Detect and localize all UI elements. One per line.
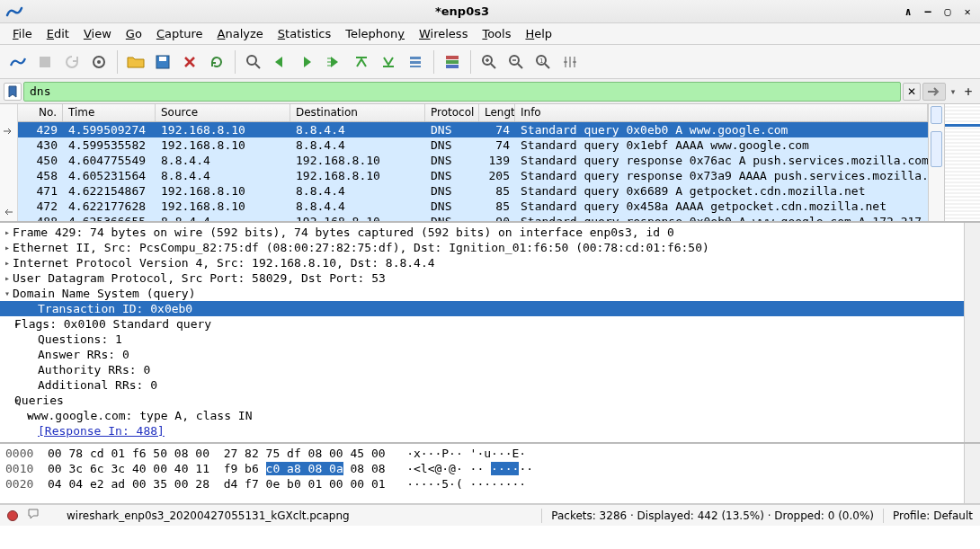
detail-dns-flags[interactable]: Flags: 0x0100 Standard query: [14, 317, 211, 331]
resize-columns-button[interactable]: [557, 49, 583, 75]
window-rollup-button[interactable]: ∧: [901, 4, 915, 19]
hex-bytes[interactable]: 04 04 e2 ad 00 35 00 28 d4 f7 0e b0 01 0…: [48, 477, 386, 491]
detail-dns-query1[interactable]: www.google.com: type A, class IN: [27, 409, 252, 422]
capture-comment-icon[interactable]: [27, 508, 40, 523]
expand-icon[interactable]: ▸: [2, 243, 13, 252]
detail-dns-additional[interactable]: Additional RRs: 0: [13, 378, 157, 392]
column-no[interactable]: No.: [18, 104, 63, 121]
find-packet-button[interactable]: [241, 49, 266, 75]
detail-dns-questions[interactable]: Questions: 1: [13, 332, 122, 346]
expand-icon[interactable]: ▸: [2, 258, 13, 268]
clear-filter-button[interactable]: ✕: [903, 83, 921, 101]
window-minimize-button[interactable]: –: [921, 4, 935, 19]
detail-dns-txid[interactable]: Transaction ID: 0x0eb0: [13, 302, 192, 315]
go-back-button[interactable]: [268, 49, 293, 75]
menu-help[interactable]: Help: [520, 25, 557, 42]
svg-line-23: [491, 64, 495, 68]
menu-tools[interactable]: Tools: [477, 25, 516, 42]
open-file-button[interactable]: [123, 49, 148, 75]
packet-bytes-pane[interactable]: 0000 00 78 cd 01 f6 50 08 00 27 82 75 df…: [0, 444, 964, 503]
window-title: *enp0s3: [23, 4, 901, 18]
zoom-reset-button[interactable]: 1: [530, 49, 556, 75]
detail-ethernet[interactable]: Ethernet II, Src: PcsCompu_82:75:df (08:…: [13, 241, 709, 254]
auto-scroll-button[interactable]: [403, 49, 428, 75]
hex-bytes-selected[interactable]: c0 a8 08 0a: [266, 462, 343, 475]
filter-history-button[interactable]: ▾: [948, 83, 958, 101]
save-file-button[interactable]: [150, 49, 175, 75]
detail-dns-answer[interactable]: Answer RRs: 0: [13, 348, 129, 361]
goto-last-button[interactable]: [376, 49, 401, 75]
close-file-button[interactable]: [177, 49, 202, 75]
reload-file-button[interactable]: [204, 49, 229, 75]
menu-file[interactable]: File: [7, 25, 38, 42]
hex-bytes[interactable]: 00 3c 6c 3c 40 00 40 11 f9 b6: [48, 462, 266, 475]
detail-ip[interactable]: Internet Protocol Version 4, Src: 192.16…: [13, 256, 435, 270]
column-info[interactable]: Info: [515, 104, 928, 121]
colorize-button[interactable]: [440, 49, 465, 75]
profile-label[interactable]: Profile: Default: [893, 509, 973, 522]
expand-icon[interactable]: ▸: [2, 319, 14, 329]
goto-first-button[interactable]: [349, 49, 374, 75]
detail-dns[interactable]: Domain Name System (query): [13, 287, 196, 300]
menu-view[interactable]: View: [78, 25, 117, 42]
apply-filter-button[interactable]: [922, 83, 946, 101]
packet-row[interactable]: 4884.6253666558.8.4.4192.168.8.10DNS90St…: [18, 214, 928, 221]
hex-bytes[interactable]: 00 78 cd 01 f6 50 08 00 27 82 75 df 08 0…: [48, 447, 386, 460]
filter-bookmark-button[interactable]: [4, 83, 22, 101]
restart-capture-button[interactable]: [59, 49, 85, 75]
window-close-button[interactable]: ✕: [960, 4, 975, 19]
menu-statistics[interactable]: Statistics: [272, 25, 336, 42]
packet-row[interactable]: 4294.599509274192.168.8.108.8.4.4DNS74St…: [18, 122, 928, 137]
toolbar: 1: [0, 45, 980, 79]
detail-dns-authority[interactable]: Authority RRs: 0: [13, 363, 150, 376]
capture-filename: wireshark_enp0s3_20200427055131_kGXclt.p…: [49, 509, 532, 522]
packet-list-scrollbar[interactable]: [928, 104, 944, 221]
start-capture-button[interactable]: [5, 49, 31, 75]
column-source[interactable]: Source: [156, 104, 290, 121]
goto-packet-button[interactable]: [322, 49, 347, 75]
svg-rect-16: [410, 66, 421, 67]
collapse-icon[interactable]: ▾: [2, 395, 14, 405]
packet-list-header[interactable]: No. Time Source Destination Protocol Len…: [18, 104, 928, 122]
hex-scrollbar[interactable]: [964, 444, 980, 503]
hex-offset: 0020: [5, 477, 33, 491]
column-time[interactable]: Time: [63, 104, 156, 121]
menu-edit[interactable]: Edit: [41, 25, 75, 42]
column-destination[interactable]: Destination: [290, 104, 425, 121]
collapse-icon[interactable]: ▾: [2, 288, 13, 298]
packet-row[interactable]: 4714.622154867192.168.8.108.8.4.4DNS85St…: [18, 183, 928, 199]
column-protocol[interactable]: Protocol: [425, 104, 479, 121]
go-forward-button[interactable]: [295, 49, 320, 75]
expert-info-button[interactable]: [7, 510, 18, 521]
expand-icon[interactable]: ▸: [2, 411, 27, 421]
add-filter-button[interactable]: +: [960, 83, 976, 101]
window-maximize-button[interactable]: ▢: [940, 4, 955, 19]
packet-row[interactable]: 4504.6047755498.8.4.4192.168.8.10DNS139S…: [18, 153, 928, 168]
expand-icon[interactable]: ▸: [2, 273, 13, 283]
packet-row[interactable]: 4724.622177628192.168.8.108.8.4.4DNS85St…: [18, 199, 928, 214]
detail-response-in-link[interactable]: [Response In: 488]: [13, 424, 165, 438]
expand-icon[interactable]: ▸: [2, 227, 13, 237]
display-filter-input[interactable]: [23, 82, 901, 102]
hex-bytes[interactable]: 08 08: [343, 462, 386, 475]
zoom-in-button[interactable]: [477, 49, 502, 75]
packet-row[interactable]: 4584.6052315648.8.4.4192.168.8.10DNS205S…: [18, 168, 928, 183]
menu-analyze[interactable]: Analyze: [212, 25, 269, 42]
hex-offset: 0000: [5, 447, 33, 460]
details-scrollbar[interactable]: [964, 223, 980, 442]
detail-dns-queries[interactable]: Queries: [14, 394, 64, 407]
menu-go[interactable]: Go: [120, 25, 147, 42]
detail-frame[interactable]: Frame 429: 74 bytes on wire (592 bits), …: [13, 226, 674, 239]
column-length[interactable]: Length: [479, 104, 515, 121]
packet-list-minimap[interactable]: [944, 104, 980, 221]
capture-options-button[interactable]: [86, 49, 111, 75]
menu-capture[interactable]: Capture: [151, 25, 209, 42]
zoom-out-button[interactable]: [503, 49, 529, 75]
menu-wireless[interactable]: Wireless: [414, 25, 473, 42]
detail-udp[interactable]: User Datagram Protocol, Src Port: 58029,…: [13, 271, 386, 285]
packet-details-pane[interactable]: ▸Frame 429: 74 bytes on wire (592 bits),…: [0, 223, 964, 442]
hex-ascii: ··: [519, 462, 533, 475]
menu-telephony[interactable]: Telephony: [340, 25, 410, 42]
stop-capture-button[interactable]: [32, 49, 58, 75]
packet-row[interactable]: 4304.599535582192.168.8.108.8.4.4DNS74St…: [18, 137, 928, 153]
